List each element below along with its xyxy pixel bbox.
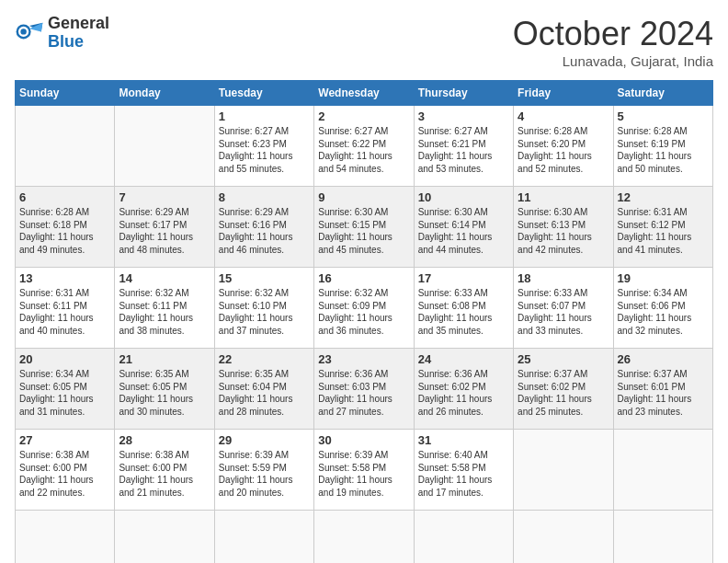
day-number: 16 (318, 271, 409, 285)
day-info: Sunrise: 6:27 AMSunset: 6:23 PMDaylight:… (219, 126, 293, 174)
day-number: 11 (518, 190, 609, 204)
day-number: 2 (318, 109, 409, 123)
day-info: Sunrise: 6:28 AMSunset: 6:20 PMDaylight:… (518, 126, 592, 174)
day-number: 24 (418, 352, 509, 366)
table-row: 1 Sunrise: 6:27 AMSunset: 6:23 PMDayligh… (214, 106, 313, 187)
calendar-row: 20 Sunrise: 6:34 AMSunset: 6:05 PMDaylig… (16, 349, 713, 430)
day-info: Sunrise: 6:34 AMSunset: 6:06 PMDaylight:… (618, 288, 692, 336)
calendar-header-row: Sunday Monday Tuesday Wednesday Thursday… (16, 81, 713, 106)
day-info: Sunrise: 6:38 AMSunset: 6:00 PMDaylight:… (19, 450, 94, 498)
logo: General Blue (15, 15, 109, 52)
table-row (514, 430, 613, 511)
day-info: Sunrise: 6:33 AMSunset: 6:07 PMDaylight:… (518, 288, 592, 336)
table-row: 19 Sunrise: 6:34 AMSunset: 6:06 PMDaylig… (613, 268, 712, 349)
day-number: 3 (418, 109, 509, 123)
page-header: General Blue October 2024 Lunavada, Guja… (15, 15, 713, 69)
day-number: 7 (119, 190, 210, 204)
calendar-row: 27 Sunrise: 6:38 AMSunset: 6:00 PMDaylig… (16, 430, 713, 511)
table-row: 26 Sunrise: 6:37 AMSunset: 6:01 PMDaylig… (613, 349, 712, 430)
table-row: 17 Sunrise: 6:33 AMSunset: 6:08 PMDaylig… (414, 268, 513, 349)
table-row: 9 Sunrise: 6:30 AMSunset: 6:15 PMDayligh… (314, 187, 414, 268)
title-block: October 2024 Lunavada, Gujarat, India (513, 15, 713, 69)
day-info: Sunrise: 6:29 AMSunset: 6:17 PMDaylight:… (119, 207, 193, 255)
day-number: 1 (219, 109, 310, 123)
table-row: 30 Sunrise: 6:39 AMSunset: 5:58 PMDaylig… (314, 430, 414, 511)
day-info: Sunrise: 6:35 AMSunset: 6:05 PMDaylight:… (119, 369, 193, 417)
day-info: Sunrise: 6:39 AMSunset: 5:59 PMDaylight:… (219, 450, 293, 498)
table-row (214, 511, 313, 564)
col-friday: Friday (514, 81, 613, 106)
table-row (16, 511, 115, 564)
day-number: 19 (618, 271, 709, 285)
day-number: 23 (318, 352, 409, 366)
day-number: 14 (119, 271, 210, 285)
day-info: Sunrise: 6:35 AMSunset: 6:04 PMDaylight:… (219, 369, 293, 417)
col-thursday: Thursday (414, 81, 513, 106)
day-number: 6 (19, 190, 110, 204)
day-info: Sunrise: 6:31 AMSunset: 6:11 PMDaylight:… (19, 288, 94, 336)
table-row: 12 Sunrise: 6:31 AMSunset: 6:12 PMDaylig… (613, 187, 712, 268)
day-number: 17 (418, 271, 509, 285)
day-number: 26 (618, 352, 709, 366)
table-row: 11 Sunrise: 6:30 AMSunset: 6:13 PMDaylig… (514, 187, 613, 268)
day-number: 30 (318, 433, 409, 447)
day-info: Sunrise: 6:37 AMSunset: 6:02 PMDaylight:… (518, 369, 592, 417)
table-row: 8 Sunrise: 6:29 AMSunset: 6:16 PMDayligh… (214, 187, 313, 268)
table-row: 18 Sunrise: 6:33 AMSunset: 6:07 PMDaylig… (514, 268, 613, 349)
table-row: 4 Sunrise: 6:28 AMSunset: 6:20 PMDayligh… (514, 106, 613, 187)
logo-icon (15, 18, 44, 48)
day-number: 27 (19, 433, 110, 447)
day-number: 20 (19, 352, 110, 366)
table-row: 28 Sunrise: 6:38 AMSunset: 6:00 PMDaylig… (115, 430, 214, 511)
svg-point-2 (20, 29, 26, 34)
day-info: Sunrise: 6:33 AMSunset: 6:08 PMDaylight:… (418, 288, 493, 336)
day-info: Sunrise: 6:30 AMSunset: 6:15 PMDaylight:… (318, 207, 392, 255)
table-row: 16 Sunrise: 6:32 AMSunset: 6:09 PMDaylig… (314, 268, 414, 349)
logo-general-text: General (48, 14, 109, 32)
day-info: Sunrise: 6:27 AMSunset: 6:21 PMDaylight:… (418, 126, 493, 174)
calendar-row: 1 Sunrise: 6:27 AMSunset: 6:23 PMDayligh… (16, 106, 713, 187)
day-info: Sunrise: 6:36 AMSunset: 6:03 PMDaylight:… (318, 369, 392, 417)
day-number: 15 (219, 271, 310, 285)
table-row (115, 106, 214, 187)
table-row (115, 511, 214, 564)
day-number: 22 (219, 352, 310, 366)
table-row (613, 430, 712, 511)
day-number: 9 (318, 190, 409, 204)
day-info: Sunrise: 6:32 AMSunset: 6:11 PMDaylight:… (119, 288, 193, 336)
calendar-table: Sunday Monday Tuesday Wednesday Thursday… (15, 80, 713, 563)
day-info: Sunrise: 6:40 AMSunset: 5:58 PMDaylight:… (418, 450, 493, 498)
day-info: Sunrise: 6:39 AMSunset: 5:58 PMDaylight:… (318, 450, 392, 498)
day-info: Sunrise: 6:32 AMSunset: 6:10 PMDaylight:… (219, 288, 293, 336)
day-number: 10 (418, 190, 509, 204)
col-saturday: Saturday (613, 81, 712, 106)
table-row: 27 Sunrise: 6:38 AMSunset: 6:00 PMDaylig… (16, 430, 115, 511)
day-info: Sunrise: 6:34 AMSunset: 6:05 PMDaylight:… (19, 369, 94, 417)
day-info: Sunrise: 6:36 AMSunset: 6:02 PMDaylight:… (418, 369, 493, 417)
table-row (414, 511, 513, 564)
day-info: Sunrise: 6:28 AMSunset: 6:18 PMDaylight:… (19, 207, 94, 255)
logo-blue-text: Blue (48, 32, 84, 51)
table-row: 31 Sunrise: 6:40 AMSunset: 5:58 PMDaylig… (414, 430, 513, 511)
day-info: Sunrise: 6:27 AMSunset: 6:22 PMDaylight:… (318, 126, 392, 174)
svg-marker-4 (29, 23, 42, 32)
month-title: October 2024 (513, 15, 713, 53)
table-row (314, 511, 414, 564)
table-row: 13 Sunrise: 6:31 AMSunset: 6:11 PMDaylig… (16, 268, 115, 349)
day-number: 31 (418, 433, 509, 447)
calendar-row (16, 511, 713, 564)
day-number: 8 (219, 190, 310, 204)
day-number: 29 (219, 433, 310, 447)
table-row: 25 Sunrise: 6:37 AMSunset: 6:02 PMDaylig… (514, 349, 613, 430)
table-row: 15 Sunrise: 6:32 AMSunset: 6:10 PMDaylig… (214, 268, 313, 349)
col-tuesday: Tuesday (214, 81, 313, 106)
day-number: 28 (119, 433, 210, 447)
table-row: 29 Sunrise: 6:39 AMSunset: 5:59 PMDaylig… (214, 430, 313, 511)
day-info: Sunrise: 6:30 AMSunset: 6:13 PMDaylight:… (518, 207, 592, 255)
day-info: Sunrise: 6:38 AMSunset: 6:00 PMDaylight:… (119, 450, 193, 498)
table-row: 22 Sunrise: 6:35 AMSunset: 6:04 PMDaylig… (214, 349, 313, 430)
day-number: 5 (618, 109, 709, 123)
day-number: 21 (119, 352, 210, 366)
day-info: Sunrise: 6:29 AMSunset: 6:16 PMDaylight:… (219, 207, 293, 255)
table-row: 6 Sunrise: 6:28 AMSunset: 6:18 PMDayligh… (16, 187, 115, 268)
